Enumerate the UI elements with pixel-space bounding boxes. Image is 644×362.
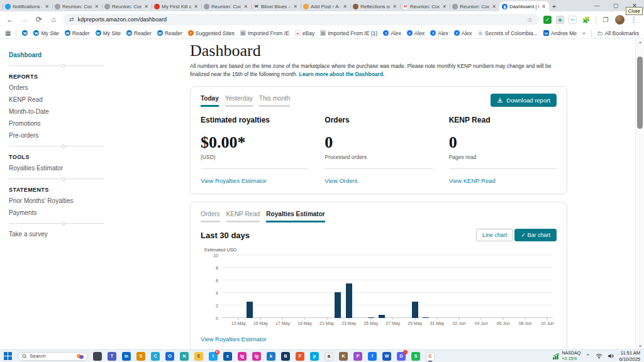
- page-scrollbar[interactable]: ▲ ▼: [635, 39, 644, 349]
- chart-bar-29-may[interactable]: [412, 302, 418, 318]
- bookmark-item-8[interactable]: eeBay: [295, 30, 314, 36]
- scroll-down-icon[interactable]: ▼: [636, 344, 644, 348]
- circle-extension-icon[interactable]: ◉: [556, 16, 564, 24]
- word-taskbar-icon[interactable]: W: [382, 352, 391, 361]
- bookmark-item-14[interactable]: GSecrets of Colombia...: [477, 30, 538, 36]
- refresh-icon[interactable]: ⟳: [34, 15, 44, 24]
- taskbar-clock[interactable]: 11:51 AM 6/10/2025: [619, 350, 640, 362]
- browser-menu-icon[interactable]: ⋮: [629, 15, 639, 24]
- sidebar-item-month-to-date[interactable]: Month-to-Date: [9, 106, 119, 118]
- tab-close-icon[interactable]: ✕: [94, 4, 99, 9]
- scroll-up-icon[interactable]: ▲: [636, 40, 644, 44]
- bookmark-item-6[interactable]: ⌕Suggested Sites: [188, 30, 235, 36]
- chart-tab-kenp-read[interactable]: KENP Read: [226, 211, 260, 222]
- view-kenp-read-link[interactable]: View KENP Read: [449, 177, 496, 184]
- tab-close-icon[interactable]: ✕: [44, 4, 50, 9]
- tab-close-icon[interactable]: ✕: [193, 4, 199, 9]
- bookmark-star-icon[interactable]: ☆: [527, 16, 533, 23]
- teams-taskbar-icon[interactable]: T: [108, 352, 116, 361]
- bookmark-item-0[interactable]: W: [22, 30, 28, 36]
- amazon-taskbar-icon[interactable]: a: [325, 352, 333, 361]
- browser-tab-3[interactable]: My First Kill of✕: [152, 1, 201, 11]
- summary-tab-today[interactable]: Today: [201, 95, 219, 107]
- chart-tab-royalties-estimator[interactable]: Royalties Estimator: [266, 211, 325, 222]
- sidebar-item-prior-months-royalties[interactable]: Prior Months' Royalties: [9, 195, 119, 207]
- bookmark-item-9[interactable]: 🗀Imported From IE (1): [320, 30, 377, 36]
- browser-tab-0[interactable]: Notifications —✕: [3, 1, 52, 11]
- copilot-taskbar-icon[interactable]: C: [151, 352, 160, 361]
- browser-tab-8[interactable]: MReunion: Code✕: [400, 1, 450, 11]
- bookmark-item-7[interactable]: 🗀Imported From IE: [240, 30, 289, 36]
- kindle-app-taskbar-icon[interactable]: K: [339, 352, 348, 361]
- sidebar-item-royalties-estimator[interactable]: Royalties Estimator: [9, 162, 119, 174]
- browser-tab-4[interactable]: Reunion: Code✕: [201, 1, 251, 11]
- volume-icon[interactable]: [608, 353, 614, 359]
- bar-chart-button[interactable]: ✓ Bar chart: [514, 229, 557, 241]
- browser-tab-9[interactable]: Reunion: Code✕: [450, 1, 499, 11]
- home-icon[interactable]: ⌂: [48, 15, 58, 24]
- bookmark-item-5[interactable]: WReader: [157, 30, 182, 36]
- browser-tab-2[interactable]: Reunion: Code✕: [102, 1, 152, 11]
- apps-grid-icon[interactable]: ▦: [5, 30, 10, 36]
- photos-taskbar-icon[interactable]: P: [353, 352, 362, 361]
- sidebar-item-dashboard[interactable]: Dashboard: [9, 49, 119, 61]
- extensions-puzzle-icon[interactable]: 🧩: [581, 16, 591, 23]
- side-panel-icon[interactable]: ❐: [601, 16, 611, 23]
- kindle-web-taskbar-icon[interactable]: k: [267, 352, 275, 361]
- bookmark-item-4[interactable]: WReader: [126, 30, 152, 36]
- facebook-taskbar-icon[interactable]: f: [368, 352, 377, 361]
- tab-close-icon[interactable]: ✕: [491, 4, 497, 9]
- adguard-extension-icon[interactable]: ✓: [543, 16, 552, 24]
- bookmark-item-13[interactable]: fAlex: [454, 30, 472, 36]
- download-report-button[interactable]: Download report: [491, 94, 557, 107]
- sidebar-item-pre-orders[interactable]: Pre-orders: [9, 129, 119, 141]
- restore-button[interactable]: ▢: [606, 0, 625, 11]
- prime-video-taskbar-icon[interactable]: p: [310, 352, 319, 361]
- browser-tab-6[interactable]: Add Post ‹ A C✕: [301, 1, 350, 11]
- store-taskbar-icon[interactable]: S: [136, 352, 145, 361]
- spotify-taskbar-icon[interactable]: S: [411, 352, 420, 361]
- stock-widget[interactable]: NASDAQ +0.15%: [553, 351, 581, 362]
- sidebar-item-payments[interactable]: Payments: [9, 207, 119, 219]
- edge-taskbar-icon[interactable]: e: [223, 352, 232, 361]
- taskbar-search[interactable]: Search: [18, 352, 88, 361]
- line-chart-button[interactable]: Line chart: [476, 229, 514, 241]
- linkedin-taskbar-icon[interactable]: in: [122, 352, 131, 361]
- scrollbar-thumb[interactable]: [637, 57, 643, 129]
- chart-bar-23-may[interactable]: [346, 283, 352, 318]
- grammarly-extension-icon[interactable]: ✑: [569, 16, 577, 24]
- tray-chevron-icon[interactable]: ⌃: [586, 353, 591, 359]
- summary-tab-yesterday[interactable]: Yesterday: [225, 95, 253, 107]
- all-bookmarks-button[interactable]: 🗀 All Bookmarks: [597, 30, 639, 36]
- bookmark-item-11[interactable]: fAlex: [407, 30, 425, 36]
- bookmark-item-1[interactable]: WMy Site: [33, 30, 58, 36]
- browser-tab-10[interactable]: ▮Dashboard | Ki✕: [499, 1, 549, 11]
- discord-taskbar-icon[interactable]: D•: [397, 352, 406, 361]
- browser-tab-7[interactable]: Reflections on✕: [350, 1, 400, 11]
- tab-close-icon[interactable]: ✕: [143, 4, 149, 9]
- bookmark-item-10[interactable]: fAlex: [383, 30, 401, 36]
- view-royalties-estimator-link[interactable]: View Royalties Estimator: [201, 177, 267, 184]
- sidebar-item-kenp-read[interactable]: KENP Read: [9, 94, 119, 106]
- bookmarks-overflow-chevron[interactable]: »: [582, 30, 586, 36]
- tab-close-icon[interactable]: ✕: [243, 4, 248, 9]
- sidebar-item-take-a-survey[interactable]: Take a survey: [9, 228, 119, 240]
- view-royalties-estimator-link[interactable]: View Royalties Estimator: [201, 336, 267, 343]
- site-info-icon[interactable]: ⇄: [69, 16, 74, 23]
- sidebar-item-promotions[interactable]: Promotions: [9, 118, 119, 129]
- chart-bar-14-may[interactable]: [247, 302, 253, 318]
- instagram-taskbar-icon[interactable]: Ig: [238, 352, 247, 361]
- summary-tab-this-month[interactable]: This month: [259, 95, 290, 107]
- bookmark-item-2[interactable]: WReader: [65, 30, 90, 36]
- back-icon[interactable]: ←: [5, 15, 15, 24]
- forward-icon[interactable]: →: [19, 15, 30, 24]
- bookmark-item-15[interactable]: inAndres Mejia | Linke...: [543, 30, 577, 36]
- photo-viewer-taskbar-icon[interactable]: [93, 352, 102, 361]
- tab-close-icon[interactable]: ✕: [342, 4, 348, 9]
- chart-bar-22-may[interactable]: [335, 292, 341, 318]
- twitter-taskbar-icon[interactable]: t6: [209, 352, 218, 361]
- tab-close-icon[interactable]: ✕: [541, 4, 547, 9]
- new-tab-button[interactable]: +: [549, 1, 559, 11]
- start-button[interactable]: [4, 352, 13, 361]
- browser-tab-1[interactable]: Reunion: Code✕: [52, 1, 102, 11]
